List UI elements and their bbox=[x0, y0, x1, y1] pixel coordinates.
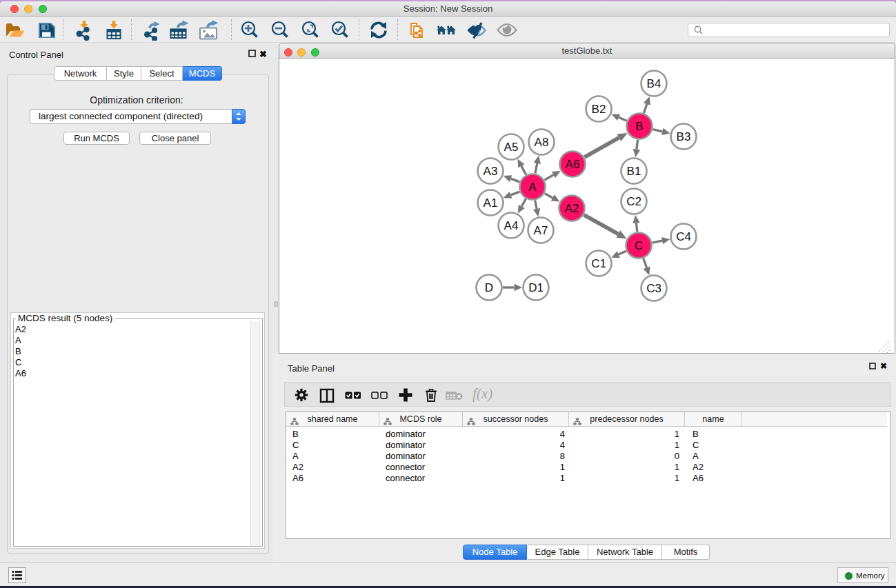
svg-text:C2: C2 bbox=[626, 195, 641, 208]
svg-text:A: A bbox=[528, 181, 537, 194]
svg-text:C: C bbox=[635, 239, 643, 252]
svg-text:A4: A4 bbox=[504, 219, 519, 232]
svg-text:B1: B1 bbox=[627, 165, 641, 178]
svg-text:D: D bbox=[485, 281, 493, 294]
svg-text:D1: D1 bbox=[528, 281, 544, 294]
svg-text:A1: A1 bbox=[484, 196, 498, 210]
svg-text:A2: A2 bbox=[565, 202, 579, 215]
svg-text:B2: B2 bbox=[592, 103, 606, 116]
svg-text:A8: A8 bbox=[535, 136, 549, 149]
svg-text:C4: C4 bbox=[676, 230, 691, 243]
svg-text:A6: A6 bbox=[566, 158, 580, 171]
svg-text:B4: B4 bbox=[647, 77, 661, 90]
svg-text:B3: B3 bbox=[677, 130, 691, 143]
svg-text:C3: C3 bbox=[646, 282, 661, 295]
svg-text:C1: C1 bbox=[591, 257, 606, 270]
svg-text:A7: A7 bbox=[534, 224, 548, 237]
svg-text:A3: A3 bbox=[484, 165, 498, 178]
svg-text:B: B bbox=[635, 120, 643, 133]
svg-text:A5: A5 bbox=[504, 141, 519, 154]
